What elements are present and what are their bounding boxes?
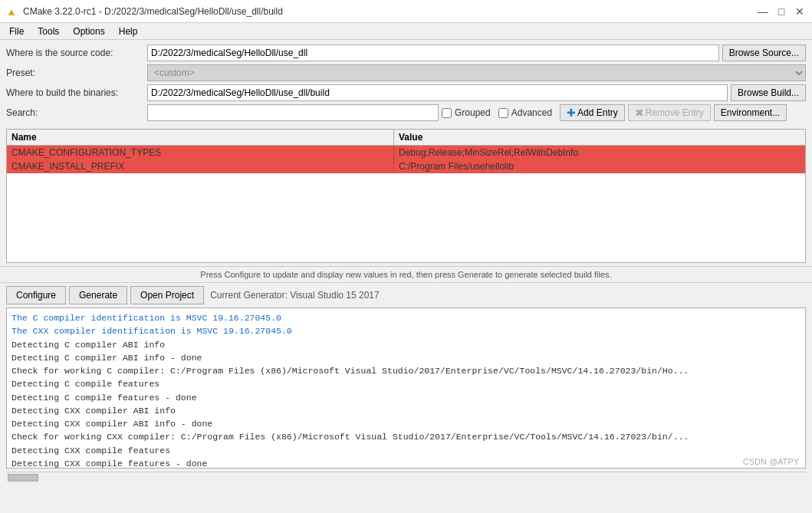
table-row[interactable]: CMAKE_INSTALL_PREFIX C:/Program Files/us… [7, 159, 805, 173]
close-button[interactable]: ✕ [794, 5, 806, 18]
output-line: Detecting C compiler ABI info [12, 338, 800, 351]
open-project-button[interactable]: Open Project [130, 286, 204, 304]
col-value-header: Value [394, 130, 805, 145]
output-line: Detecting C compile features [12, 377, 800, 390]
search-label: Search: [6, 107, 144, 118]
col-name-header: Name [7, 130, 394, 145]
output-line: Detecting C compile features - done [12, 391, 800, 404]
action-row: Configure Generate Open Project Current … [0, 283, 812, 307]
output-line: Detecting C compiler ABI info - done [12, 351, 800, 364]
output-line: The C compiler identification is MSVC 19… [12, 311, 800, 324]
build-row: Where to build the binaries: Browse Buil… [6, 84, 806, 101]
build-label: Where to build the binaries: [6, 87, 144, 98]
browse-source-button[interactable]: Browse Source... [722, 44, 806, 61]
menu-help[interactable]: Help [113, 25, 144, 38]
table-header: Name Value [7, 130, 805, 146]
output-area: The C compiler identification is MSVC 19… [6, 307, 806, 469]
menu-bar: File Tools Options Help [0, 23, 812, 40]
cell-value-0: Debug;Release;MinSizeRel;RelWithDebInfo [394, 146, 805, 159]
menu-options[interactable]: Options [67, 25, 110, 38]
cell-name-0: CMAKE_CONFIGURATION_TYPES [7, 146, 394, 159]
status-text: Press Configure to update and display ne… [200, 270, 611, 279]
add-icon: ✚ [567, 107, 576, 119]
source-input[interactable] [147, 44, 719, 61]
watermark: CSDN @ATPY [743, 457, 799, 466]
output-line: Detecting CXX compiler ABI info [12, 404, 800, 417]
preset-label: Preset: [6, 67, 144, 78]
generate-button[interactable]: Generate [69, 286, 127, 304]
cmake-table: Name Value CMAKE_CONFIGURATION_TYPES Deb… [6, 129, 806, 263]
horizontal-scrollbar[interactable] [6, 472, 806, 482]
table-row[interactable]: CMAKE_CONFIGURATION_TYPES Debug;Release;… [7, 146, 805, 159]
grouped-label: Grouped [455, 107, 491, 118]
window-controls: — □ ✕ [757, 5, 806, 18]
scrollbar-thumb-x[interactable] [8, 474, 38, 482]
output-line: The CXX compiler identification is MSVC … [12, 324, 800, 337]
cell-name-1: CMAKE_INSTALL_PREFIX [7, 159, 394, 173]
remove-icon: ✖ [635, 107, 644, 119]
cell-value-1: C:/Program Files/usehellolib [394, 159, 805, 173]
form-area: Where is the source code: Browse Source.… [0, 40, 812, 129]
search-input[interactable] [147, 104, 439, 121]
output-line: Check for working C compiler: C:/Program… [12, 364, 800, 377]
output-line: Detecting CXX compiler ABI info - done [12, 417, 800, 430]
advanced-label: Advanced [511, 107, 552, 118]
output-line: Detecting CXX compile features - done [12, 457, 800, 468]
generator-label: Current Generator: Visual Studio 15 2017 [210, 290, 380, 301]
build-input[interactable] [147, 84, 728, 101]
output-line: Check for working CXX compiler: C:/Progr… [12, 430, 800, 443]
app-logo: ▲ [6, 5, 18, 18]
advanced-checkbox[interactable] [498, 108, 508, 118]
title-text: CMake 3.22.0-rc1 - D:/2022/3/medicalSeg/… [23, 6, 283, 17]
menu-file[interactable]: File [3, 25, 30, 38]
grouped-checkbox[interactable] [442, 108, 452, 118]
output-scroll[interactable]: The C compiler identification is MSVC 19… [7, 308, 805, 468]
configure-button[interactable]: Configure [6, 286, 66, 304]
add-entry-label: Add Entry [577, 107, 618, 118]
minimize-button[interactable]: — [757, 5, 769, 18]
search-row: Search: Grouped Advanced ✚ Add Entry ✖ R… [6, 104, 806, 121]
browse-build-button[interactable]: Browse Build... [731, 84, 806, 101]
preset-select[interactable]: <custom> [147, 64, 806, 81]
grouped-checkbox-group: Grouped [442, 107, 495, 118]
add-entry-button[interactable]: ✚ Add Entry [560, 104, 625, 121]
title-bar: ▲ CMake 3.22.0-rc1 - D:/2022/3/medicalSe… [0, 0, 812, 23]
status-bar: Press Configure to update and display ne… [0, 266, 812, 283]
menu-tools[interactable]: Tools [31, 25, 65, 38]
advanced-checkbox-group: Advanced [498, 107, 557, 118]
output-line: Detecting CXX compile features [12, 444, 800, 457]
maximize-button[interactable]: □ [775, 5, 787, 18]
remove-entry-button[interactable]: ✖ Remove Entry [628, 104, 711, 121]
source-row: Where is the source code: Browse Source.… [6, 44, 806, 61]
environment-button[interactable]: Environment... [714, 104, 787, 121]
source-label: Where is the source code: [6, 48, 144, 58]
remove-entry-label: Remove Entry [646, 107, 704, 118]
preset-row: Preset: <custom> [6, 64, 806, 81]
